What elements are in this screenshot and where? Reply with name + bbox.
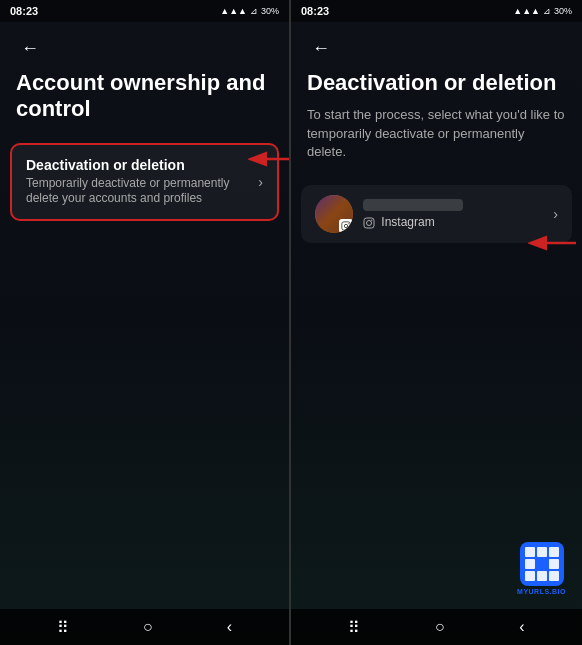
right-status-bar: 08:23 ▲▲▲ ⊿ 30% — [291, 0, 582, 22]
right-status-time: 08:23 — [301, 5, 329, 17]
left-phone-panel: 08:23 ▲▲▲ ⊿ 30% ← Account ownership and … — [0, 0, 291, 645]
right-nav-bar: ⠿ ○ ‹ — [291, 609, 582, 645]
left-status-bar: 08:23 ▲▲▲ ⊿ 30% — [0, 0, 289, 22]
right-back-button[interactable]: ← — [307, 34, 335, 62]
left-status-icons: ▲▲▲ ⊿ 30% — [220, 6, 279, 16]
watermark: MYURLS.BIO — [517, 542, 566, 595]
svg-point-3 — [348, 223, 349, 224]
right-red-arrow — [528, 232, 578, 258]
right-nav-back-icon[interactable]: ‹ — [519, 618, 524, 636]
right-phone-panel: 08:23 ▲▲▲ ⊿ 30% ← Deactivation or deleti… — [291, 0, 582, 645]
left-nav-home-icon[interactable]: ○ — [143, 618, 153, 636]
account-username-blur — [363, 199, 463, 211]
right-nav-home-icon[interactable]: ○ — [435, 618, 445, 636]
left-page-title: Account ownership and control — [0, 70, 289, 139]
left-back-button[interactable]: ← — [16, 34, 44, 62]
left-nav-bar: ⠿ ○ ‹ — [0, 609, 289, 645]
deactivation-menu-item[interactable]: Deactivation or deletion Temporarily dea… — [10, 143, 279, 221]
right-status-icons: ▲▲▲ ⊿ 30% — [513, 6, 572, 16]
right-wifi-icon: ⊿ — [543, 6, 551, 16]
svg-point-6 — [371, 219, 373, 221]
left-wifi-icon: ⊿ — [250, 6, 258, 16]
right-page-description: To start the process, select what you'd … — [291, 106, 582, 181]
account-chevron-icon: › — [553, 206, 558, 222]
right-page-title: Deactivation or deletion — [291, 70, 582, 106]
account-info: Instagram — [363, 199, 553, 229]
menu-item-title: Deactivation or deletion — [26, 157, 250, 173]
svg-point-5 — [367, 220, 372, 225]
left-back-arrow-icon: ← — [21, 38, 39, 59]
account-avatar — [315, 195, 353, 233]
left-signal-icon: ▲▲▲ — [220, 6, 247, 16]
svg-point-2 — [344, 224, 347, 227]
right-back-arrow-icon: ← — [312, 38, 330, 59]
left-red-arrow — [248, 148, 291, 174]
account-platform-label: Instagram — [363, 215, 553, 229]
svg-rect-4 — [364, 218, 374, 228]
left-nav-back-icon[interactable]: ‹ — [227, 618, 232, 636]
right-signal-icon: ▲▲▲ — [513, 6, 540, 16]
watermark-text-label: MYURLS.BIO — [517, 588, 566, 595]
svg-rect-1 — [342, 222, 350, 230]
left-battery-icon: 30% — [261, 6, 279, 16]
instagram-badge-icon — [339, 219, 353, 233]
left-nav-recent-icon[interactable]: ⠿ — [57, 618, 69, 637]
menu-item-content: Deactivation or deletion Temporarily dea… — [26, 157, 250, 207]
menu-item-chevron-icon: › — [258, 174, 263, 190]
watermark-grid — [521, 543, 563, 585]
right-nav-recent-icon[interactable]: ⠿ — [348, 618, 360, 637]
menu-item-subtitle: Temporarily deactivate or permanently de… — [26, 176, 250, 207]
right-battery-icon: 30% — [554, 6, 572, 16]
left-status-time: 08:23 — [10, 5, 38, 17]
watermark-logo-icon — [520, 542, 564, 586]
